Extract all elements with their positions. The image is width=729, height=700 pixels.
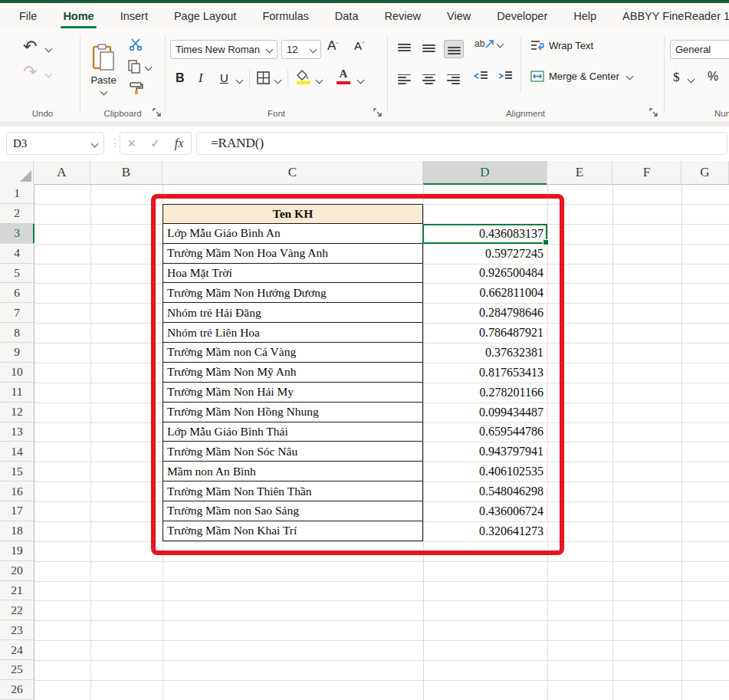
customer-name-cell[interactable]: Trường Mầm Non Khai Trí [163,521,423,541]
increase-indent-button[interactable] [497,71,513,81]
rand-value-cell[interactable]: 0.406102535 [423,462,547,481]
dots-separator-icon[interactable]: ⋮ [110,136,120,149]
underline-button[interactable]: U [220,71,228,84]
borders-chevron-icon[interactable] [274,77,282,84]
row-header[interactable]: 13 [0,422,34,442]
row-header[interactable]: 8 [0,323,34,343]
percent-style-button[interactable]: % [708,70,718,84]
font-color-button[interactable]: A [337,68,350,84]
table-header-cell[interactable]: Ten KH [163,204,423,224]
align-top-button[interactable] [395,40,413,57]
row-header[interactable]: 21 [0,581,34,601]
rand-value-cell[interactable]: 0.320641273 [423,521,547,541]
undo-chevron-icon[interactable] [45,45,53,53]
column-header[interactable]: A [34,161,90,184]
customer-name-cell[interactable]: Trường Mầm Non Hải My [163,383,423,403]
active-cell-selection[interactable] [422,224,547,244]
font-name-combo[interactable]: Times New Roman [170,40,277,59]
row-header[interactable]: 10 [0,363,34,383]
column-header[interactable]: D [423,161,547,184]
customer-name-cell[interactable]: Hoa Mặt Trời [163,264,423,284]
underline-chevron-icon[interactable] [236,77,244,84]
redo-icon[interactable]: ↷ [23,64,37,81]
row-header[interactable]: 18 [0,521,34,541]
customer-name-cell[interactable]: Trường Mầm Non Mỹ Anh [163,363,423,383]
paste-button[interactable]: Paste [86,35,121,103]
accounting-chevron-icon[interactable] [688,76,695,84]
rand-value-cell[interactable]: 0.943797941 [423,442,547,462]
rand-value-cell[interactable]: 0.284798646 [423,303,547,323]
ribbon-tab[interactable]: Review [371,3,434,29]
rand-value-cell[interactable]: 0.278201166 [423,383,547,403]
cut-button[interactable] [129,38,143,51]
alignment-dialog-launcher-icon[interactable] [649,108,659,118]
customer-name-cell[interactable]: Lớp Mẫu Giáo Bình Thái [163,422,423,442]
ribbon-tab[interactable]: View [434,3,484,29]
font-size-combo[interactable]: 12 [281,40,321,59]
ribbon-tab[interactable]: Insert [107,3,161,29]
align-left-button[interactable] [395,71,413,87]
ribbon-tab[interactable]: Home [50,3,107,29]
customer-name-cell[interactable]: Trường Mầm Non Thiên Thần [163,481,423,501]
decrease-indent-button[interactable] [473,71,488,81]
row-header[interactable]: 19 [0,541,34,561]
column-header[interactable]: C [163,161,423,184]
row-header[interactable]: 26 [0,680,34,700]
fill-color-button[interactable] [297,70,310,84]
row-header[interactable]: 5 [0,264,34,284]
row-header[interactable]: 17 [0,501,34,521]
merge-center-button[interactable]: Merge & Center [530,71,632,82]
row-header[interactable]: 16 [0,481,34,501]
fill-color-chevron-icon[interactable] [316,77,323,84]
rand-value-cell[interactable]: 0.662811004 [423,283,547,303]
customer-name-cell[interactable]: Trường Mầm non Cá Vàng [163,343,423,363]
customer-name-cell[interactable]: Mầm non An Bình [163,462,423,481]
clipboard-dialog-launcher-icon[interactable] [153,108,163,118]
customer-name-cell[interactable]: Nhóm trẻ Liên Hoa [163,323,423,343]
row-header[interactable]: 3 [0,224,34,244]
column-header[interactable]: G [681,161,729,184]
align-center-button[interactable] [419,71,438,87]
ribbon-tab[interactable]: Help [560,3,609,29]
customer-name-cell[interactable]: Trường Mầm Non Hồng Nhung [163,403,423,422]
orientation-button[interactable]: ab [475,38,503,49]
cancel-icon[interactable]: × [128,136,136,152]
rand-value-cell[interactable]: 0.37632381 [423,343,547,363]
formula-input[interactable]: =RAND() [196,132,727,155]
row-header[interactable]: 2 [0,204,34,224]
customer-name-cell[interactable]: Trường Mầm Non Hướng Dương [163,283,423,303]
customer-name-cell[interactable]: Trường Mầm non Sao Sáng [163,501,423,521]
borders-button[interactable] [257,71,270,84]
column-header[interactable]: B [90,161,163,184]
row-header[interactable]: 12 [0,403,34,422]
undo-icon[interactable]: ↶ [23,38,37,55]
rand-value-cell[interactable]: 0.659544786 [423,422,547,442]
align-bottom-button[interactable] [444,40,464,58]
ribbon-tab[interactable]: File [6,3,50,29]
increase-font-size-button[interactable]: Aˆ [327,38,339,54]
rand-value-cell[interactable]: 0.099434487 [423,403,547,422]
row-header[interactable]: 22 [0,600,34,620]
customer-name-cell[interactable]: Lớp Mẫu Giáo Bình An [163,224,423,244]
name-box[interactable]: D3 [6,132,104,155]
ribbon-tab[interactable]: Data [322,3,372,29]
row-header[interactable]: 24 [0,640,34,660]
row-header[interactable]: 6 [0,283,34,303]
row-header[interactable]: 9 [0,343,34,363]
rand-value-cell[interactable]: 0.436006724 [423,501,547,521]
rand-value-cell[interactable]: 0.786487921 [423,323,547,343]
customer-name-cell[interactable]: Nhóm trẻ Hải Đăng [163,303,423,323]
row-header[interactable]: 11 [0,383,34,403]
accounting-format-button[interactable]: $ [673,70,680,85]
font-color-chevron-icon[interactable] [357,77,365,84]
decrease-font-size-button[interactable]: Aˇ [354,39,364,52]
row-header[interactable]: 20 [0,561,34,581]
font-dialog-launcher-icon[interactable] [373,108,383,118]
customer-name-cell[interactable]: Trường Mầm Non Hoa Vàng Anh [163,244,423,264]
rand-value-cell[interactable]: 0.926500484 [423,264,547,284]
ribbon-tab[interactable]: Page Layout [161,3,249,29]
italic-button[interactable]: I [199,71,202,85]
ribbon-tab[interactable]: Developer [484,3,560,29]
row-header[interactable]: 1 [0,184,34,204]
row-header[interactable]: 4 [0,244,34,264]
